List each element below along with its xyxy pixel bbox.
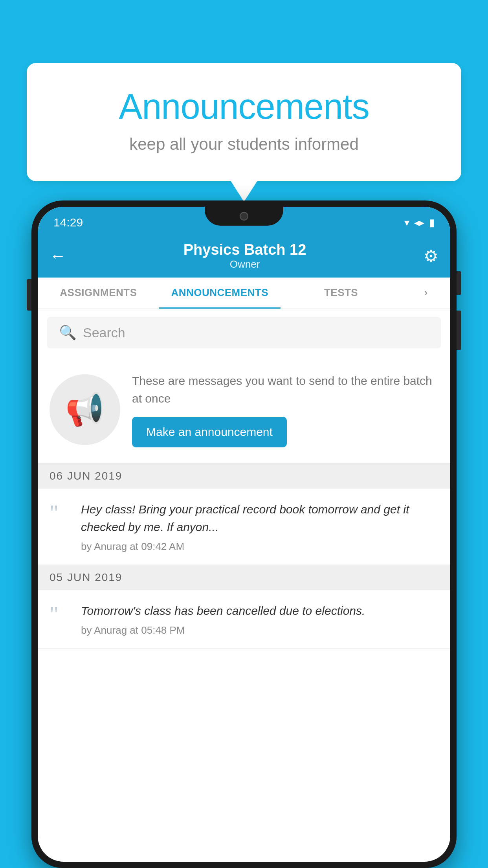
promo-section: 📢 These are messages you want to send to… bbox=[38, 356, 450, 463]
search-box[interactable]: 🔍 Search bbox=[47, 317, 441, 348]
announcement-text-1: Hey class! Bring your practical record b… bbox=[81, 500, 438, 536]
announcement-content-2: Tomorrow's class has been cancelled due … bbox=[81, 602, 438, 636]
search-container: 🔍 Search bbox=[38, 309, 450, 356]
status-icons: ▾ ◂▸ ▮ bbox=[404, 217, 435, 229]
phone-outer: 14:29 ▾ ◂▸ ▮ ← Physics Batch 12 Owner ⚙ bbox=[31, 200, 457, 868]
tab-announcements[interactable]: ANNOUNCEMENTS bbox=[159, 278, 281, 309]
header-subtitle: Owner bbox=[66, 258, 424, 270]
phone-screen: 14:29 ▾ ◂▸ ▮ ← Physics Batch 12 Owner ⚙ bbox=[38, 207, 450, 862]
date-separator-1: 06 JUN 2019 bbox=[38, 463, 450, 489]
quote-icon-1: " bbox=[50, 502, 73, 524]
announcement-author-2: by Anurag at 05:48 PM bbox=[81, 624, 438, 636]
search-icon: 🔍 bbox=[59, 324, 77, 341]
speech-bubble-section: Announcements keep all your students inf… bbox=[27, 63, 461, 181]
settings-icon[interactable]: ⚙ bbox=[424, 246, 438, 266]
tabs-bar: ASSIGNMENTS ANNOUNCEMENTS TESTS › bbox=[38, 278, 450, 309]
quote-icon-2: " bbox=[50, 603, 73, 625]
speech-bubble-card: Announcements keep all your students inf… bbox=[27, 63, 461, 181]
bubble-title: Announcements bbox=[58, 86, 430, 127]
power-button bbox=[457, 311, 461, 350]
promo-content: These are messages you want to send to t… bbox=[132, 372, 438, 447]
bubble-subtitle: keep all your students informed bbox=[58, 135, 430, 154]
signal-icon: ◂▸ bbox=[414, 217, 424, 229]
announcement-text-2: Tomorrow's class has been cancelled due … bbox=[81, 602, 438, 620]
megaphone-icon: 📢 bbox=[65, 391, 105, 428]
header-center: Physics Batch 12 Owner bbox=[66, 241, 424, 270]
date-separator-2: 05 JUN 2019 bbox=[38, 565, 450, 590]
camera-dot bbox=[240, 212, 248, 221]
announcement-item-1[interactable]: " Hey class! Bring your practical record… bbox=[38, 489, 450, 565]
announcement-author-1: by Anurag at 09:42 AM bbox=[81, 541, 438, 553]
volume-button bbox=[27, 279, 31, 311]
announcement-item-2[interactable]: " Tomorrow's class has been cancelled du… bbox=[38, 590, 450, 649]
back-button[interactable]: ← bbox=[50, 246, 66, 265]
make-announcement-button[interactable]: Make an announcement bbox=[132, 417, 287, 447]
app-header: ← Physics Batch 12 Owner ⚙ bbox=[38, 234, 450, 278]
search-placeholder-text: Search bbox=[83, 325, 125, 340]
battery-icon: ▮ bbox=[429, 217, 435, 229]
wifi-icon: ▾ bbox=[404, 217, 409, 229]
status-time: 14:29 bbox=[53, 216, 83, 229]
phone-notch bbox=[205, 207, 283, 226]
announcement-content-1: Hey class! Bring your practical record b… bbox=[81, 500, 438, 553]
tab-more[interactable]: › bbox=[402, 278, 450, 309]
tab-assignments[interactable]: ASSIGNMENTS bbox=[38, 278, 159, 309]
promo-description: These are messages you want to send to t… bbox=[132, 372, 438, 407]
header-title: Physics Batch 12 bbox=[66, 241, 424, 258]
volume-up-button bbox=[457, 271, 461, 295]
phone-container: 14:29 ▾ ◂▸ ▮ ← Physics Batch 12 Owner ⚙ bbox=[31, 200, 457, 868]
tab-tests[interactable]: TESTS bbox=[281, 278, 402, 309]
promo-icon-circle: 📢 bbox=[50, 374, 120, 445]
